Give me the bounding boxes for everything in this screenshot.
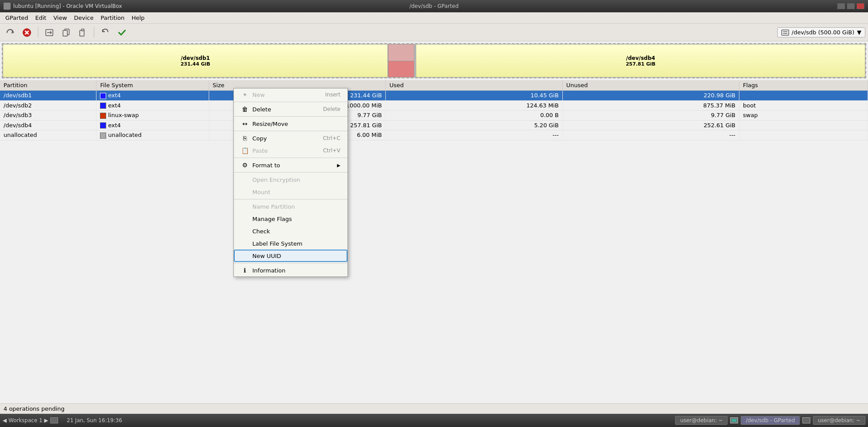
partition-table-container: Partition File System Size Used Unused F…: [0, 80, 868, 140]
table-row[interactable]: unallocated unallocated 6.00 MiB --- ---: [0, 130, 868, 140]
disk-part-sdb1-size: 231.44 GiB: [181, 61, 210, 67]
menu-gparted[interactable]: GParted: [2, 13, 32, 22]
disk-part-sdb1[interactable]: /dev/sdb1 231.44 GiB: [3, 44, 388, 77]
disk-part-sdb4[interactable]: /dev/sdb4 257.81 GiB: [416, 44, 865, 77]
context-menu-item-format-to[interactable]: ⚙Format to▶: [234, 159, 347, 171]
device-selector-label: /dev/sdb (500.00 GiB): [792, 29, 854, 36]
taskbar: ◀ Workspace 1 ▶ 21 Jan, Sun 16:19:36 use…: [0, 414, 868, 427]
table-row[interactable]: /dev/sdb2 ext4 1000.00 MiB 124.63 MiB 87…: [0, 100, 868, 110]
fs-color-box: [100, 93, 106, 99]
shortcut-label: Insert: [325, 92, 340, 98]
workspace-prev-arrow[interactable]: ◀: [3, 417, 7, 423]
apply-button[interactable]: [115, 26, 129, 39]
cell-flags: [739, 91, 868, 101]
cm-item-label: Information: [252, 267, 285, 274]
cm-icon: [241, 252, 249, 260]
context-menu-item-label-file-system[interactable]: Label File System: [234, 237, 347, 250]
workspace-next-arrow[interactable]: ▶: [44, 417, 48, 423]
cell-flags: boot: [739, 100, 868, 110]
menu-device[interactable]: Device: [70, 13, 97, 22]
context-menu-item-check[interactable]: Check: [234, 225, 347, 237]
menu-bar: GParted Edit View Device Partition Help: [0, 12, 868, 24]
context-menu-item-new-uuid[interactable]: New UUID: [234, 250, 347, 262]
taskbar-terminal1[interactable]: user@debian: ~: [675, 416, 728, 425]
context-menu-item-information[interactable]: ℹInformation: [234, 264, 347, 276]
close-button[interactable]: [857, 3, 864, 9]
fs-color-box: [100, 133, 106, 139]
cm-icon: ⎘: [241, 134, 249, 142]
context-menu-item-resize/move[interactable]: ↔Resize/Move: [234, 118, 347, 130]
menu-help[interactable]: Help: [128, 13, 148, 22]
cm-icon: 🗑: [241, 105, 249, 113]
disk-part-sdb3-small: [388, 61, 414, 77]
cell-used: ---: [386, 130, 562, 140]
context-menu-item-delete[interactable]: 🗑DeleteDelete: [234, 103, 347, 115]
cm-item-label: Manage Flags: [252, 216, 292, 222]
cm-item-label: Delete: [252, 106, 271, 113]
taskbar-gparted[interactable]: /dev/sdb - GParted: [741, 416, 800, 425]
cell-partition: /dev/sdb2: [0, 100, 96, 110]
cm-icon: ℹ: [241, 266, 249, 274]
cm-item-label: New: [252, 92, 265, 98]
cell-unused: 252.61 GiB: [562, 120, 739, 130]
cm-icon: [241, 176, 249, 184]
copy-button[interactable]: [59, 26, 74, 39]
cm-item-label: Format to: [252, 162, 280, 169]
taskbar-terminal1-label: user@debian: ~: [680, 417, 723, 423]
context-menu-item-mount: Mount: [234, 186, 347, 198]
cm-icon: 📋: [241, 147, 249, 155]
taskbar-left: ◀ Workspace 1 ▶: [3, 417, 58, 423]
cell-unused: ---: [562, 130, 739, 140]
minimize-button[interactable]: [837, 3, 845, 9]
cell-partition: /dev/sdb1: [0, 91, 96, 101]
partition-table: Partition File System Size Used Unused F…: [0, 80, 868, 140]
device-selector[interactable]: /dev/sdb (500.00 GiB) ▼: [777, 27, 865, 37]
table-row[interactable]: /dev/sdb1 ext4 231.44 GiB 10.45 GiB 220.…: [0, 91, 868, 101]
disk-part-sdb4-size: 257.81 GiB: [626, 61, 655, 67]
table-header-row: Partition File System Size Used Unused F…: [0, 80, 868, 91]
taskbar-monitor-icon: [730, 417, 738, 423]
undo-button[interactable]: [98, 26, 113, 39]
context-menu-separator: [234, 199, 347, 199]
table-row[interactable]: /dev/sdb4 ext4 257.81 GiB 5.20 GiB 252.6…: [0, 120, 868, 130]
cancel-button[interactable]: [19, 26, 34, 39]
table-row[interactable]: /dev/sdb3 linux-swap 9.77 GiB 0.00 B 9.7…: [0, 110, 868, 121]
cell-used: 10.45 GiB: [386, 91, 562, 101]
menu-partition[interactable]: Partition: [97, 13, 128, 22]
refresh-button[interactable]: [3, 26, 18, 39]
maximize-button[interactable]: [847, 3, 855, 9]
shortcut-label: Ctrl+V: [323, 147, 340, 154]
cell-partition: /dev/sdb4: [0, 120, 96, 130]
fs-color-box: [100, 122, 106, 129]
context-menu-item-name-partition: Name Partition: [234, 200, 347, 213]
cm-icon: [241, 202, 249, 210]
cell-unused: 220.98 GiB: [562, 91, 739, 101]
context-menu-item-paste: 📋PasteCtrl+V: [234, 144, 347, 157]
shortcut-label: Delete: [323, 106, 340, 112]
menu-edit[interactable]: Edit: [32, 13, 50, 22]
disk-part-sdb2-small: [388, 44, 414, 61]
cm-icon: [241, 239, 249, 247]
context-menu-separator: [234, 102, 347, 102]
cm-icon: [241, 227, 249, 235]
cell-filesystem: ext4: [96, 120, 209, 130]
cell-flags: [739, 130, 868, 140]
paste-button[interactable]: [75, 26, 90, 39]
context-menu-separator: [234, 131, 347, 131]
taskbar-date: 21 Jan, Sun 16:19:36: [67, 417, 122, 423]
disk-visual: /dev/sdb1 231.44 GiB /dev/sdb4 257.81 Gi…: [2, 43, 866, 78]
device-selector-arrow: ▼: [857, 29, 861, 36]
context-menu-item-copy[interactable]: ⎘CopyCtrl+C: [234, 132, 347, 144]
menu-view[interactable]: View: [50, 13, 70, 22]
cell-filesystem: ext4: [96, 100, 209, 110]
apply-all-button[interactable]: [42, 26, 57, 39]
cell-used: 5.20 GiB: [386, 120, 562, 130]
taskbar-terminal2[interactable]: user@debian: ~: [813, 416, 865, 425]
taskbar-gparted-label: /dev/sdb - GParted: [746, 417, 795, 423]
toolbar-sep-2: [94, 27, 94, 38]
context-menu-item-manage-flags[interactable]: Manage Flags: [234, 213, 347, 225]
cell-flags: swap: [739, 110, 868, 121]
title-bar-controls[interactable]: [837, 3, 864, 9]
taskbar-terminal2-label: user@debian: ~: [818, 417, 861, 423]
disk-part-sdb1-name: /dev/sdb1: [181, 55, 210, 61]
